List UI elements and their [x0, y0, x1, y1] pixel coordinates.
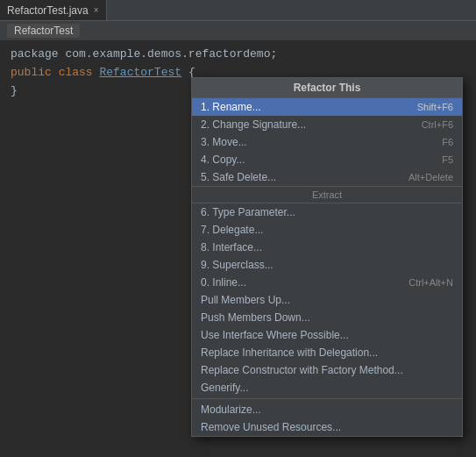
breadcrumb: RefactorTest: [0, 21, 476, 40]
menu-item-modularize[interactable]: Modularize...: [192, 401, 462, 418]
menu-item-replace-inheritance-label: Replace Inheritance with Delegation...: [201, 346, 453, 359]
code-line-1: package com.example.demos.refactordemo;: [11, 46, 465, 64]
menu-item-delegate[interactable]: 7. Delegate...: [192, 221, 462, 239]
menu-item-use-interface[interactable]: Use Interface Where Possible...: [192, 326, 462, 344]
menu-item-rename-shortcut: Shift+F6: [417, 102, 453, 112]
menu-item-type-parameter[interactable]: 6. Type Parameter...: [192, 204, 462, 221]
menu-item-pull-members-up-label: Pull Members Up...: [201, 294, 453, 306]
menu-item-replace-inheritance[interactable]: Replace Inheritance with Delegation...: [192, 344, 462, 361]
context-menu-refactor: Refactor This 1. Rename... Shift+F6 2. C…: [191, 77, 463, 437]
menu-item-safe-delete[interactable]: 5. Safe Delete... Alt+Delete: [192, 168, 462, 186]
menu-section-extract: Extract: [192, 186, 462, 204]
menu-item-push-members-down-label: Push Members Down...: [201, 311, 453, 324]
menu-item-copy-shortcut: F5: [442, 154, 453, 165]
menu-item-modularize-label: Modularize...: [201, 403, 453, 416]
menu-item-use-interface-label: Use Interface Where Possible...: [201, 329, 453, 341]
menu-item-generify-label: Generify...: [201, 382, 453, 394]
menu-item-type-parameter-label: 6. Type Parameter...: [201, 206, 453, 218]
tab-refactortest[interactable]: RefactorTest.java ×: [0, 0, 107, 20]
menu-item-change-signature-shortcut: Ctrl+F6: [422, 119, 453, 130]
code-classname: RefactorTest: [99, 66, 181, 79]
menu-item-pull-members-up[interactable]: Pull Members Up...: [192, 291, 462, 309]
code-public-keyword: public: [11, 66, 52, 79]
menu-item-delegate-label: 7. Delegate...: [201, 224, 453, 236]
tab-filename: RefactorTest.java: [7, 4, 89, 17]
menu-item-inline[interactable]: 0. Inline... Ctrl+Alt+N: [192, 274, 462, 291]
menu-item-push-members-down[interactable]: Push Members Down...: [192, 309, 462, 326]
code-package: package com.example.demos.refactordemo;: [11, 47, 277, 61]
tab-bar: RefactorTest.java ×: [0, 0, 476, 21]
code-close-brace: }: [11, 84, 18, 97]
menu-item-generify[interactable]: Generify...: [192, 379, 462, 396]
menu-header: Refactor This: [192, 78, 462, 98]
menu-item-change-signature[interactable]: 2. Change Signature... Ctrl+F6: [192, 116, 462, 133]
menu-item-change-signature-label: 2. Change Signature...: [201, 118, 422, 131]
menu-item-inline-label: 0. Inline...: [201, 276, 409, 289]
menu-item-copy-label: 4. Copy...: [201, 154, 442, 166]
menu-item-rename[interactable]: 1. Rename... Shift+F6: [192, 98, 462, 116]
menu-item-interface[interactable]: 8. Interface...: [192, 239, 462, 256]
menu-item-remove-unused[interactable]: Remove Unused Resources...: [192, 418, 462, 436]
breadcrumb-class[interactable]: RefactorTest: [7, 24, 80, 38]
menu-item-copy[interactable]: 4. Copy... F5: [192, 151, 462, 168]
menu-separator: [192, 398, 462, 399]
menu-item-move[interactable]: 3. Move... F6: [192, 133, 462, 151]
menu-item-superclass[interactable]: 9. Superclass...: [192, 256, 462, 274]
menu-item-move-label: 3. Move...: [201, 136, 442, 148]
menu-item-superclass-label: 9. Superclass...: [201, 259, 453, 271]
code-class-keyword: class: [59, 66, 93, 79]
tab-close-button[interactable]: ×: [94, 5, 99, 15]
menu-item-move-shortcut: F6: [442, 137, 453, 147]
menu-item-replace-constructor[interactable]: Replace Constructor with Factory Method.…: [192, 361, 462, 379]
menu-item-interface-label: 8. Interface...: [201, 241, 453, 253]
menu-item-remove-unused-label: Remove Unused Resources...: [201, 421, 453, 433]
menu-item-safe-delete-shortcut: Alt+Delete: [409, 172, 453, 182]
menu-item-replace-constructor-label: Replace Constructor with Factory Method.…: [201, 364, 453, 376]
menu-item-safe-delete-label: 5. Safe Delete...: [201, 171, 409, 183]
menu-item-inline-shortcut: Ctrl+Alt+N: [409, 277, 453, 288]
menu-item-rename-label: 1. Rename...: [201, 101, 417, 113]
